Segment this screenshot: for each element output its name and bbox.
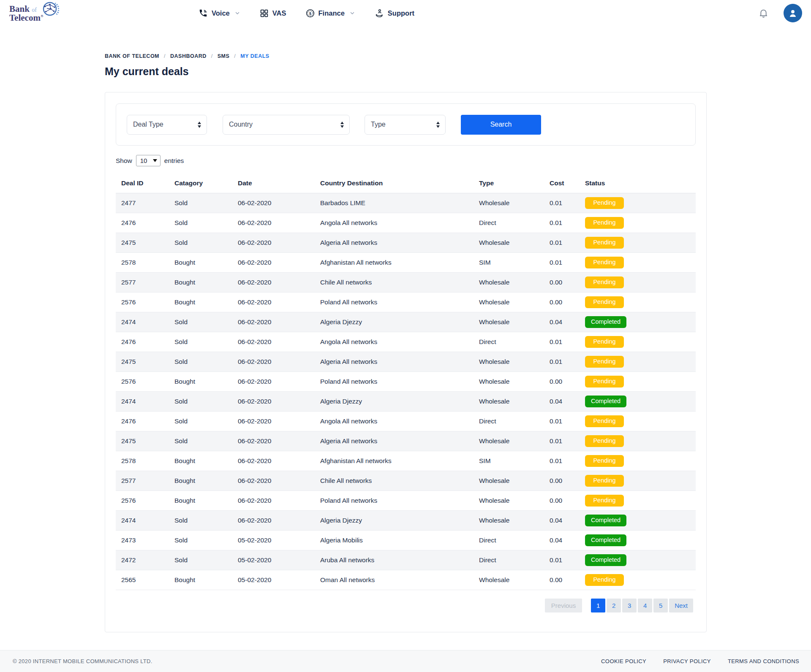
brand-logo[interactable]: Bank of Telecom® [9, 1, 60, 25]
cell-category: Sold [169, 352, 233, 372]
deal-type-select[interactable]: Deal Type [127, 115, 207, 135]
nav-item-support[interactable]: Support [375, 8, 414, 18]
cell-type: SIM [474, 253, 544, 273]
breadcrumb-item[interactable]: MY DEALS [240, 53, 269, 59]
pagination-page-2[interactable]: 2 [607, 599, 621, 612]
page-title: My current deals [105, 65, 707, 78]
cell-deal-id: 2577 [116, 273, 169, 293]
status-badge: Pending [585, 356, 624, 368]
cell-date: 06-02-2020 [233, 451, 315, 471]
cell-type: Wholesale [474, 392, 544, 412]
cell-destination: Algeria All networks [315, 233, 474, 253]
cell-deal-id: 2576 [116, 293, 169, 312]
cell-date: 05-02-2020 [233, 570, 315, 590]
entries-count-select[interactable]: 10 [136, 155, 161, 166]
type-select[interactable]: Type [365, 115, 446, 135]
cell-category: Bought [169, 491, 233, 511]
cell-cost: 0.01 [544, 332, 580, 352]
breadcrumb-item[interactable]: DASHBOARD [170, 53, 207, 59]
phone-icon [199, 8, 208, 18]
table-row: 2473Sold05-02-2020Algeria MobilisDirect0… [116, 531, 696, 550]
cell-destination: Oman All networks [315, 570, 474, 590]
cell-cost: 0.04 [544, 531, 580, 550]
footer-link[interactable]: COOKIE POLICY [601, 658, 646, 664]
status-badge: Pending [585, 336, 624, 348]
cell-type: Wholesale [474, 273, 544, 293]
notifications-button[interactable] [758, 8, 769, 19]
cell-category: Sold [169, 531, 233, 550]
cell-date: 06-02-2020 [233, 352, 315, 372]
table-row: 2576Bought06-02-2020Poland All networksW… [116, 372, 696, 392]
footer-link[interactable]: PRIVACY POLICY [663, 658, 711, 664]
cell-deal-id: 2576 [116, 491, 169, 511]
nav-item-finance[interactable]: $ Finance [306, 9, 355, 18]
cell-deal-id: 2577 [116, 471, 169, 491]
breadcrumb-item[interactable]: SMS [218, 53, 230, 59]
column-header: Deal ID [116, 173, 169, 193]
cell-type: Wholesale [474, 511, 544, 531]
nav-label-finance: Finance [318, 9, 345, 17]
select-arrows-icon [198, 122, 201, 128]
cell-status: Pending [580, 412, 696, 431]
cell-deal-id: 2475 [116, 431, 169, 451]
main-content: BANK OF TELECOM/DASHBOARD/SMS/MY DEALS M… [0, 53, 811, 632]
select-arrows-icon [340, 122, 344, 128]
cell-type: SIM [474, 451, 544, 471]
cell-category: Sold [169, 511, 233, 531]
status-badge: Pending [585, 475, 624, 487]
caret-down-icon [153, 159, 157, 162]
entries-label: entries [164, 157, 184, 165]
table-row: 2578Bought06-02-2020Afghanistan All netw… [116, 451, 696, 471]
table-row: 2475Sold06-02-2020Algeria All networksWh… [116, 352, 696, 372]
cell-deal-id: 2475 [116, 233, 169, 253]
status-badge: Completed [585, 554, 626, 566]
cell-deal-id: 2474 [116, 312, 169, 332]
column-header: Cost [544, 173, 580, 193]
footer-link[interactable]: TERMS AND CONDITIONS [728, 658, 799, 664]
cell-date: 06-02-2020 [233, 372, 315, 392]
table-row: 2476Sold06-02-2020Angola All networksDir… [116, 412, 696, 431]
pagination-page-5[interactable]: 5 [653, 599, 668, 612]
cell-status: Pending [580, 471, 696, 491]
cell-category: Sold [169, 233, 233, 253]
cell-destination: Algeria All networks [315, 352, 474, 372]
cell-deal-id: 2578 [116, 253, 169, 273]
cell-date: 06-02-2020 [233, 293, 315, 312]
cell-status: Pending [580, 451, 696, 471]
cell-date: 06-02-2020 [233, 312, 315, 332]
cell-status: Pending [580, 213, 696, 233]
cell-destination: Poland All networks [315, 372, 474, 392]
pagination-previous[interactable]: Previous [545, 599, 582, 612]
country-select[interactable]: Country [223, 115, 350, 135]
cell-cost: 0.00 [544, 491, 580, 511]
cell-status: Pending [580, 352, 696, 372]
footer-links: COOKIE POLICYPRIVACY POLICYTERMS AND CON… [601, 658, 799, 664]
table-row: 2474Sold06-02-2020Algeria DjezzyWholesal… [116, 511, 696, 531]
nav-item-voice[interactable]: Voice [199, 8, 240, 18]
cell-type: Wholesale [474, 431, 544, 451]
status-badge: Pending [585, 257, 624, 268]
nav-item-vas[interactable]: VAS [260, 9, 286, 18]
person-icon [787, 8, 798, 19]
cell-date: 06-02-2020 [233, 431, 315, 451]
cell-category: Sold [169, 412, 233, 431]
breadcrumb-item[interactable]: BANK OF TELECOM [105, 53, 159, 59]
cell-cost: 0.01 [544, 213, 580, 233]
pagination-page-4[interactable]: 4 [638, 599, 652, 612]
column-header: Date [233, 173, 315, 193]
search-button[interactable]: Search [461, 115, 541, 135]
cell-category: Bought [169, 293, 233, 312]
cell-date: 05-02-2020 [233, 531, 315, 550]
cell-status: Completed [580, 392, 696, 412]
nav-label-vas: VAS [272, 9, 286, 17]
cell-category: Bought [169, 273, 233, 293]
nav-label-support: Support [388, 9, 414, 17]
cell-cost: 0.01 [544, 431, 580, 451]
user-avatar[interactable] [784, 4, 802, 22]
pagination-page-1[interactable]: 1 [591, 599, 605, 612]
cell-destination: Algeria Djezzy [315, 312, 474, 332]
cell-type: Wholesale [474, 491, 544, 511]
pagination-page-3[interactable]: 3 [622, 599, 637, 612]
pagination-next[interactable]: Next [669, 599, 693, 612]
nav-label-voice: Voice [212, 9, 230, 17]
